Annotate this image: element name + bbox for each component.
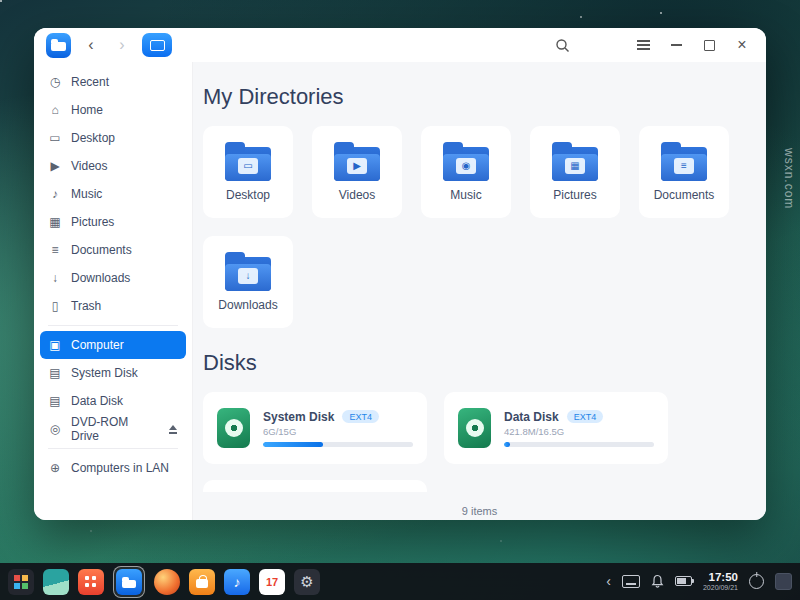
sidebar-item-dvd-rom-drive[interactable]: ◎DVD-ROM Drive: [40, 415, 186, 443]
sidebar-item-label: Videos: [71, 159, 107, 173]
downloads-icon: ↓: [48, 272, 62, 284]
clock-date: 2020/09/21: [703, 584, 738, 592]
sidebar-item-label: System Disk: [71, 366, 138, 380]
search-button[interactable]: [550, 33, 574, 57]
battery-icon[interactable]: [675, 576, 692, 586]
disk-usage: 421.8M/16.5G: [504, 426, 654, 437]
play-emblem-icon: ▶: [347, 158, 367, 174]
picture-emblem-icon: ▦: [565, 158, 585, 174]
show-desktop-icon[interactable]: [775, 573, 792, 590]
disk-icon: ▤: [48, 395, 62, 407]
control-center-gear-icon[interactable]: ⚙: [294, 569, 320, 595]
disk-usage-fill: [263, 442, 323, 447]
desktop-emblem-icon: ▭: [238, 158, 258, 174]
sidebar-item-label: DVD-ROM Drive: [71, 415, 159, 443]
eject-icon[interactable]: [168, 425, 178, 434]
maximize-button[interactable]: [697, 33, 721, 57]
desktop-view-icon[interactable]: [43, 569, 69, 595]
sidebar-item-videos[interactable]: ▶Videos: [40, 152, 186, 180]
section-title-my-directories: My Directories: [203, 84, 752, 110]
launcher-icon[interactable]: [8, 569, 34, 595]
tray-collapse-chevron-icon[interactable]: ‹: [606, 574, 611, 588]
network-icon: ⊕: [48, 462, 62, 474]
sidebar-item-music[interactable]: ♪Music: [40, 180, 186, 208]
folder-label: Music: [450, 188, 481, 202]
document-emblem-icon: ≡: [674, 158, 694, 174]
sidebar-separator: [48, 325, 178, 326]
browser-icon[interactable]: [154, 569, 180, 595]
filesystem-badge: EXT4: [342, 410, 379, 423]
music-player-icon[interactable]: ♪: [224, 569, 250, 595]
sidebar-item-label: Data Disk: [71, 394, 123, 408]
minimize-button[interactable]: [664, 33, 688, 57]
disk-name: System Disk: [263, 410, 334, 424]
sidebar-item-system-disk[interactable]: ▤System Disk: [40, 359, 186, 387]
music-icon: ♪: [48, 188, 62, 200]
sidebar-item-computers-in-lan[interactable]: ⊕Computers in LAN: [40, 454, 186, 482]
clock[interactable]: 17:50 2020/09/21: [703, 571, 738, 591]
notification-bell-icon[interactable]: [651, 574, 664, 588]
sidebar-item-desktop[interactable]: ▭Desktop: [40, 124, 186, 152]
desktop: wsxn.com ‹ › × ◷Recent ⌂Home ▭Desktop ▶V…: [0, 0, 800, 600]
directories-grid: ▭ Desktop ▶ Videos ◉ Music ▦ Pictures: [203, 126, 752, 328]
folder-label: Pictures: [553, 188, 596, 202]
power-icon[interactable]: [749, 574, 764, 589]
folder-icon: ▶: [334, 147, 380, 181]
sidebar-item-label: Desktop: [71, 131, 115, 145]
folder-icon: ▦: [552, 147, 598, 181]
folder-icon: ↓: [225, 257, 271, 291]
active-app-indicator: [113, 566, 145, 598]
disk-card-system-disk[interactable]: System Disk EXT4 6G/15G: [203, 392, 427, 464]
folder-label: Documents: [654, 188, 715, 202]
back-button[interactable]: ‹: [80, 34, 102, 56]
folder-card-videos[interactable]: ▶ Videos: [312, 126, 402, 218]
menu-button[interactable]: [631, 33, 655, 57]
sidebar-item-pictures[interactable]: ▦Pictures: [40, 208, 186, 236]
sidebar-item-computer[interactable]: ▣Computer: [40, 331, 186, 359]
file-manager-dock-icon[interactable]: [116, 569, 142, 595]
home-icon: ⌂: [48, 104, 62, 116]
disk-card-data-disk[interactable]: Data Disk EXT4 421.8M/16.5G: [444, 392, 668, 464]
calendar-icon[interactable]: 17: [259, 569, 285, 595]
app-store-icon[interactable]: [189, 569, 215, 595]
folder-label: Desktop: [226, 188, 270, 202]
sidebar-item-label: Home: [71, 103, 103, 117]
sidebar-item-label: Music: [71, 187, 102, 201]
file-manager-window: ‹ › × ◷Recent ⌂Home ▭Desktop ▶Videos ♪Mu…: [34, 28, 766, 520]
sidebar-separator: [48, 448, 178, 449]
sidebar-item-home[interactable]: ⌂Home: [40, 96, 186, 124]
sidebar-item-label: Recent: [71, 75, 109, 89]
folder-card-desktop[interactable]: ▭ Desktop: [203, 126, 293, 218]
forward-button[interactable]: ›: [111, 34, 133, 56]
keyboard-layout-icon[interactable]: [622, 575, 640, 588]
disk-usage-bar: [504, 442, 654, 447]
section-title-disks: Disks: [203, 350, 752, 376]
titlebar: ‹ › ×: [34, 28, 766, 62]
desktop-icon: ▭: [48, 132, 62, 144]
computer-view-toggle-button[interactable]: [142, 33, 172, 57]
sidebar-item-downloads[interactable]: ↓Downloads: [40, 264, 186, 292]
file-manager-app-icon: [46, 33, 71, 58]
sidebar-item-label: Computers in LAN: [71, 461, 169, 475]
sidebar-item-documents[interactable]: ≡Documents: [40, 236, 186, 264]
close-button[interactable]: ×: [730, 33, 754, 57]
clock-icon: ◷: [48, 76, 62, 88]
folder-icon: ◉: [443, 147, 489, 181]
sidebar-item-trash[interactable]: ▯Trash: [40, 292, 186, 320]
sidebar-item-recent[interactable]: ◷Recent: [40, 68, 186, 96]
folder-card-pictures[interactable]: ▦ Pictures: [530, 126, 620, 218]
dvd-icon: ◎: [48, 423, 62, 435]
sidebar-item-label: Documents: [71, 243, 132, 257]
folder-card-music[interactable]: ◉ Music: [421, 126, 511, 218]
documents-icon: ≡: [48, 244, 62, 256]
main-content: My Directories ▭ Desktop ▶ Videos ◉ Musi…: [193, 62, 766, 520]
search-icon: [555, 38, 570, 53]
app-grid-icon[interactable]: [78, 569, 104, 595]
folder-label: Videos: [339, 188, 375, 202]
folder-card-documents[interactable]: ≡ Documents: [639, 126, 729, 218]
folder-card-downloads[interactable]: ↓ Downloads: [203, 236, 293, 328]
disk-usage-bar: [263, 442, 413, 447]
computer-icon: ▣: [48, 339, 62, 351]
taskbar: ♪ 17 ⚙ ‹ 17:50 2020/09/21: [0, 563, 800, 600]
sidebar-item-data-disk[interactable]: ▤Data Disk: [40, 387, 186, 415]
